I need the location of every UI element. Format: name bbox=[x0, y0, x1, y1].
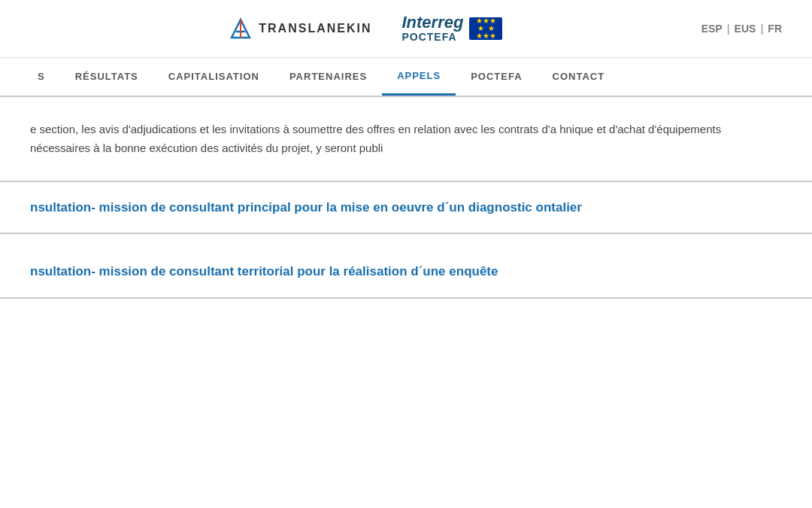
appel-card-2[interactable]: nsultation- mission de consultant territ… bbox=[0, 246, 812, 299]
intro-text: e section, les avis d'adjudications et l… bbox=[0, 120, 812, 158]
lang-eus[interactable]: EUS bbox=[735, 23, 756, 35]
separator-2: | bbox=[760, 23, 763, 35]
header: TRANSLANEKIN Interreg POCTEFA ★★★★ ★★★★ … bbox=[0, 0, 812, 58]
appel-card-1[interactable]: nsultation- mission de consultant princi… bbox=[0, 181, 812, 235]
nav-item-resultats[interactable]: RÉSULTATS bbox=[60, 59, 153, 94]
translanekin-icon bbox=[229, 17, 253, 41]
interreg-main-label: Interreg bbox=[401, 14, 463, 32]
logo-translanekin[interactable]: TRANSLANEKIN bbox=[229, 17, 371, 41]
main-content: e section, les avis d'adjudications et l… bbox=[0, 97, 812, 334]
eu-flag-icon: ★★★★ ★★★★ bbox=[469, 17, 502, 40]
appel-title-2[interactable]: nsultation- mission de consultant territ… bbox=[30, 263, 782, 281]
main-nav: S RÉSULTATS CAPITALISATION PARTENAIRES A… bbox=[0, 58, 812, 97]
nav-item-s[interactable]: S bbox=[23, 59, 60, 94]
eu-stars: ★★★★ ★★★★ bbox=[476, 17, 496, 40]
nav-item-appels[interactable]: APPELS bbox=[382, 58, 456, 96]
appel-title-1[interactable]: nsultation- mission de consultant princi… bbox=[30, 199, 782, 217]
interreg-text-block: Interreg POCTEFA bbox=[401, 14, 463, 44]
separator-1: | bbox=[727, 23, 730, 35]
header-logos: TRANSLANEKIN Interreg POCTEFA ★★★★ ★★★★ bbox=[30, 14, 701, 44]
logo-interreg[interactable]: Interreg POCTEFA ★★★★ ★★★★ bbox=[401, 14, 502, 44]
nav-item-contact[interactable]: CONTACT bbox=[538, 59, 620, 94]
lang-switcher: ESP | EUS | FR bbox=[701, 23, 782, 35]
nav-item-partenaires[interactable]: PARTENAIRES bbox=[274, 59, 382, 94]
lang-fr[interactable]: FR bbox=[768, 23, 782, 35]
lang-esp[interactable]: ESP bbox=[701, 23, 723, 35]
translanekin-label: TRANSLANEKIN bbox=[259, 22, 371, 35]
interreg-sub-label: POCTEFA bbox=[401, 32, 463, 43]
intro-paragraph: e section, les avis d'adjudications et l… bbox=[30, 120, 782, 158]
nav-item-capitalisation[interactable]: CAPITALISATION bbox=[153, 59, 274, 94]
nav-item-poctefa[interactable]: POCTEFA bbox=[456, 59, 537, 94]
